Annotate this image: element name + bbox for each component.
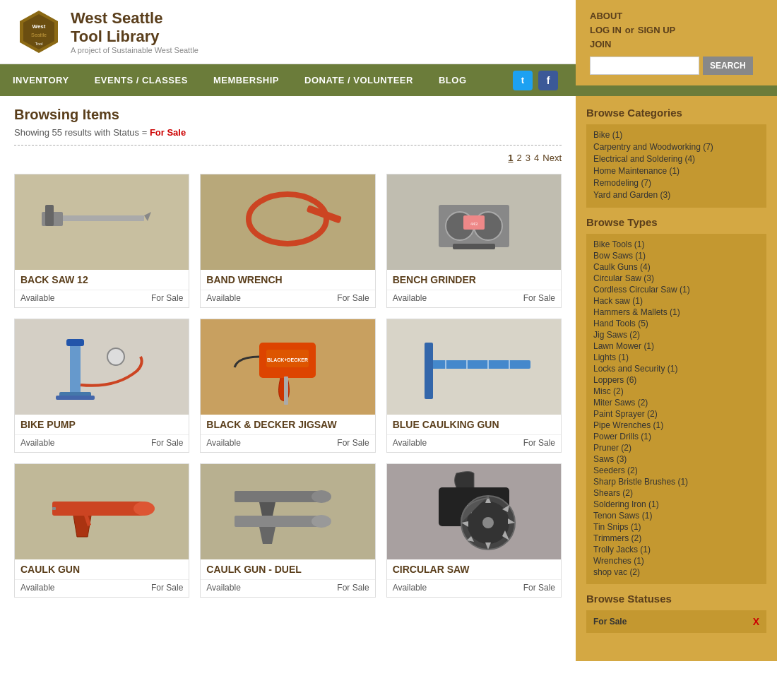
results-info: Showing 55 results with Status = For Sal… bbox=[14, 127, 562, 138]
item-card-benchgrinder[interactable]: 443 BENCH GRINDER Available For Sale bbox=[386, 174, 562, 308]
caulkgun-image bbox=[31, 466, 172, 558]
type-loppers[interactable]: Loppers (6) bbox=[593, 375, 759, 385]
type-shears[interactable]: Shears (2) bbox=[593, 488, 759, 498]
twitter-icon[interactable]: t bbox=[513, 71, 533, 90]
item-card-jigsaw[interactable]: BLACK+DECKER BLACK & DECKER JIGSAW Avail… bbox=[200, 319, 375, 453]
type-lawnmower[interactable]: Lawn Mower (1) bbox=[593, 341, 759, 351]
svg-rect-45 bbox=[235, 516, 319, 527]
item-title-caulkgun: CAULK GUN bbox=[15, 559, 189, 578]
divider bbox=[14, 145, 562, 146]
signup-link[interactable]: SIGN UP bbox=[638, 25, 675, 35]
item-card-caulkinggun[interactable]: BLUE CAULKING GUN Available For Sale bbox=[386, 319, 562, 453]
type-handtools[interactable]: Hand Tools (5) bbox=[593, 319, 759, 328]
svg-rect-17 bbox=[453, 244, 495, 249]
login-link[interactable]: LOG IN bbox=[590, 25, 622, 35]
join-link[interactable]: JOIN bbox=[590, 39, 763, 49]
nav-membership[interactable]: MEMBERSHIP bbox=[201, 64, 292, 96]
category-electrical[interactable]: Electrical and Soldering (4) bbox=[593, 154, 759, 164]
category-remodeling[interactable]: Remodeling (7) bbox=[593, 178, 759, 188]
type-tinsnips[interactable]: Tin Snips (1) bbox=[593, 522, 759, 532]
category-bike[interactable]: Bike (1) bbox=[593, 130, 759, 140]
category-yard-count: (3) bbox=[660, 190, 671, 200]
caulkgun-status: Available bbox=[20, 583, 54, 593]
type-powerdrills[interactable]: Power Drills (1) bbox=[593, 432, 759, 441]
item-title-backsaw: BACK SAW 12 bbox=[15, 270, 189, 288]
type-tenonsaws[interactable]: Tenon Saws (1) bbox=[593, 511, 759, 521]
type-hammers[interactable]: Hammers & Mallets (1) bbox=[593, 307, 759, 317]
category-yard[interactable]: Yard and Garden (3) bbox=[593, 190, 759, 200]
caulkgun-duel-image bbox=[217, 466, 358, 558]
type-cordless-circular-saw[interactable]: Cordless Circular Saw (1) bbox=[593, 285, 759, 295]
browse-statuses-title: Browse Statuses bbox=[586, 593, 766, 605]
type-saws[interactable]: Saws (3) bbox=[593, 454, 759, 464]
svg-rect-32 bbox=[425, 360, 530, 369]
type-wrenches[interactable]: Wrenches (1) bbox=[593, 556, 759, 566]
type-bowsaws[interactable]: Bow Saws (1) bbox=[593, 251, 759, 261]
browse-categories-title: Browse Categories bbox=[586, 107, 766, 119]
type-trollyjacks[interactable]: Trolly Jacks (1) bbox=[593, 545, 759, 554]
type-paintsprayer[interactable]: Paint Sprayer (2) bbox=[593, 409, 759, 419]
type-lights[interactable]: Lights (1) bbox=[593, 352, 759, 362]
type-pipewrenches[interactable]: Pipe Wrenches (1) bbox=[593, 420, 759, 430]
item-card-caulkgun[interactable]: CAULK GUN Available For Sale bbox=[14, 463, 189, 598]
type-jigsaws[interactable]: Jig Saws (2) bbox=[593, 330, 759, 340]
page-3[interactable]: 3 bbox=[526, 153, 530, 163]
page-next[interactable]: Next bbox=[542, 153, 562, 163]
svg-rect-33 bbox=[425, 343, 433, 399]
type-shopvac[interactable]: shop vac (2) bbox=[593, 567, 759, 577]
type-mitersaws[interactable]: Miter Saws (2) bbox=[593, 398, 759, 408]
type-solderingiron[interactable]: Soldering Iron (1) bbox=[593, 499, 759, 509]
search-button[interactable]: SEARCH bbox=[703, 57, 753, 75]
type-trimmers[interactable]: Trimmers (2) bbox=[593, 533, 759, 543]
logo-area: West Seattle Tool West Seattle Tool Libr… bbox=[14, 7, 198, 57]
type-sharpbrushes[interactable]: Sharp Bristle Brushes (1) bbox=[593, 477, 759, 487]
nav-blog[interactable]: BLOG bbox=[426, 64, 480, 96]
facebook-icon[interactable]: f bbox=[538, 71, 558, 90]
type-seeders[interactable]: Seeders (2) bbox=[593, 465, 759, 475]
svg-point-46 bbox=[312, 515, 331, 528]
status-remove-button[interactable]: X bbox=[753, 616, 759, 627]
type-misc[interactable]: Misc (2) bbox=[593, 386, 759, 396]
category-home[interactable]: Home Maintenance (1) bbox=[593, 166, 759, 176]
svg-rect-42 bbox=[217, 466, 358, 558]
caulkinggun-image bbox=[403, 321, 545, 413]
type-locks[interactable]: Locks and Security (1) bbox=[593, 364, 759, 374]
bandwrench-status: Available bbox=[206, 293, 240, 303]
item-card-bandwrench[interactable]: BAND WRENCH Available For Sale bbox=[200, 174, 375, 308]
categories-box: Bike (1) Carpentry and Woodworking (7) E… bbox=[586, 124, 766, 208]
about-link[interactable]: ABOUT bbox=[590, 11, 763, 21]
category-carpentry[interactable]: Carpentry and Woodworking (7) bbox=[593, 142, 759, 152]
type-caulkguns[interactable]: Caulk Guns (4) bbox=[593, 262, 759, 272]
item-card-circularsaw[interactable]: CIRCULAR SAW Available For Sale bbox=[386, 463, 562, 598]
item-title-bandwrench: BAND WRENCH bbox=[201, 270, 374, 288]
caulkgun-duel-status: Available bbox=[206, 583, 240, 593]
svg-rect-28 bbox=[284, 376, 288, 405]
category-electrical-count: (4) bbox=[684, 154, 695, 164]
logo-text: West Seattle Tool Library A project of S… bbox=[71, 9, 198, 55]
category-bike-count: (1) bbox=[612, 130, 623, 140]
svg-rect-25 bbox=[56, 396, 95, 400]
search-input[interactable] bbox=[590, 57, 699, 75]
nav-events[interactable]: EVENTS / CLASSES bbox=[82, 64, 201, 96]
page-4[interactable]: 4 bbox=[534, 153, 539, 163]
item-card-caulkgun-duel[interactable]: CAULK GUN - DUEL Available For Sale bbox=[200, 463, 375, 598]
bandwrench-image bbox=[217, 177, 358, 268]
nav-inventory[interactable]: INVENTORY bbox=[0, 64, 82, 96]
type-circularsaw[interactable]: Circular Saw (3) bbox=[593, 273, 759, 283]
page-1[interactable]: 1 bbox=[508, 153, 513, 163]
page-title: Browsing Items bbox=[14, 107, 562, 123]
item-card-backsaw[interactable]: BACK SAW 12 Available For Sale bbox=[14, 174, 189, 308]
type-hacksaw[interactable]: Hack saw (1) bbox=[593, 296, 759, 306]
svg-point-24 bbox=[107, 348, 124, 365]
caulkgun-duel-sale: For Sale bbox=[337, 583, 369, 593]
category-carpentry-count: (7) bbox=[703, 142, 713, 152]
item-title-caulkgun-duel: CAULK GUN - DUEL bbox=[201, 559, 374, 578]
logo-icon: West Seattle Tool bbox=[14, 7, 64, 57]
item-card-bikepump[interactable]: BIKE PUMP Available For Sale bbox=[14, 319, 189, 453]
page-2[interactable]: 2 bbox=[517, 153, 522, 163]
type-pruner[interactable]: Pruner (2) bbox=[593, 443, 759, 453]
jigsaw-image: BLACK+DECKER bbox=[217, 321, 358, 413]
type-biketools[interactable]: Bike Tools (1) bbox=[593, 239, 759, 249]
nav-donate[interactable]: DONATE / VOLUNTEER bbox=[292, 64, 426, 96]
svg-text:443: 443 bbox=[470, 222, 478, 226]
